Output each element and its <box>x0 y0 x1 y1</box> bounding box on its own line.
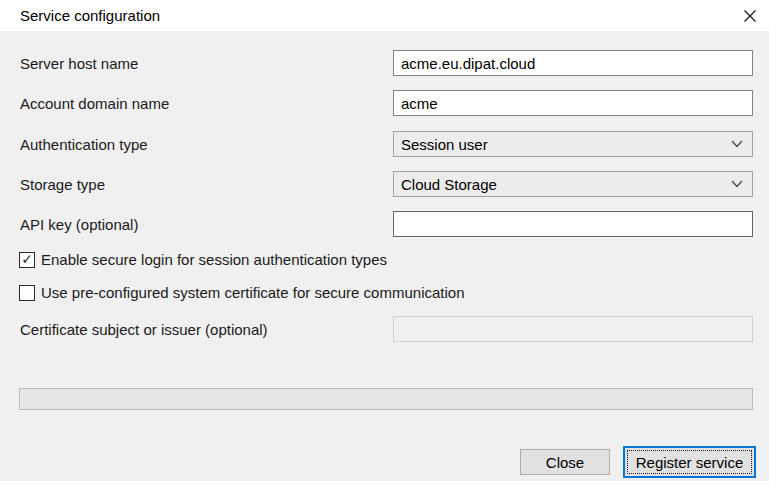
system-certificate-checkbox[interactable] <box>19 285 35 301</box>
close-button[interactable]: Close <box>520 449 610 475</box>
title-bar: Service configuration <box>0 0 769 31</box>
certificate-subject-label: Certificate subject or issuer (optional) <box>20 321 268 338</box>
server-host-input[interactable] <box>393 50 753 76</box>
account-domain-label: Account domain name <box>20 95 169 112</box>
system-certificate-label[interactable]: Use pre-configured system certificate fo… <box>41 284 465 301</box>
server-host-label: Server host name <box>20 55 138 72</box>
auth-type-value: Session user <box>401 136 488 153</box>
close-icon[interactable] <box>737 4 763 28</box>
certificate-subject-input <box>393 316 753 342</box>
secure-login-checkbox[interactable]: ✓ <box>19 252 35 268</box>
api-key-label: API key (optional) <box>20 216 138 233</box>
register-service-button[interactable]: Register service <box>623 446 756 478</box>
auth-type-label: Authentication type <box>20 136 148 153</box>
storage-type-label: Storage type <box>20 176 105 193</box>
progress-bar <box>19 388 753 410</box>
chevron-down-icon <box>731 180 743 188</box>
secure-login-checkbox-row: ✓ Enable secure login for session authen… <box>19 251 387 268</box>
chevron-down-icon <box>731 140 743 148</box>
check-icon: ✓ <box>21 252 33 266</box>
secure-login-label[interactable]: Enable secure login for session authenti… <box>41 251 387 268</box>
auth-type-select[interactable]: Session user <box>393 131 753 157</box>
storage-type-select[interactable]: Cloud Storage <box>393 171 753 197</box>
storage-type-value: Cloud Storage <box>401 176 497 193</box>
system-certificate-checkbox-row: Use pre-configured system certificate fo… <box>19 284 465 301</box>
close-x-glyph <box>743 9 757 23</box>
api-key-input[interactable] <box>393 211 753 237</box>
account-domain-input[interactable] <box>393 90 753 116</box>
dialog-title: Service configuration <box>20 7 160 24</box>
